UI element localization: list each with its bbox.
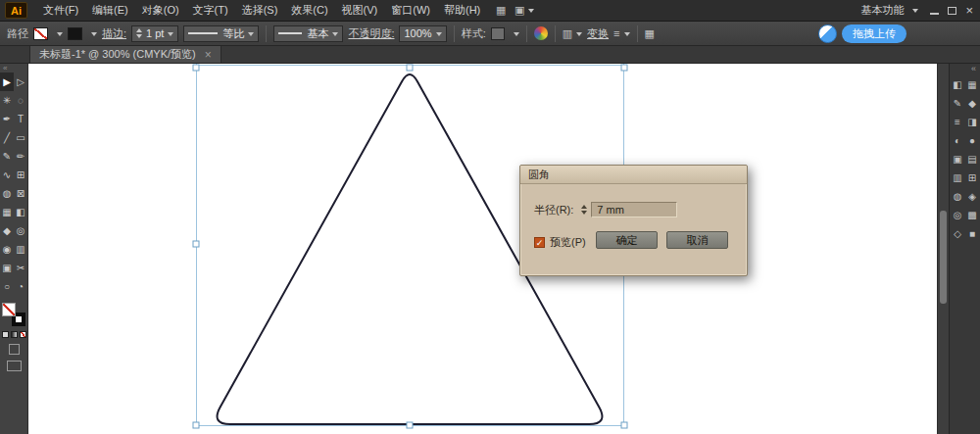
drag-upload-button[interactable]: 拖拽上传 [842,24,906,43]
stroke-panel-link[interactable]: 描边: [102,26,126,41]
draw-mode-icon[interactable] [9,344,20,355]
zoom-tool[interactable]: ◔ [14,277,27,296]
paintbrush-tool[interactable]: ✎ [0,147,14,166]
column-graph-tool[interactable]: ▥ [14,240,27,259]
radius-input[interactable]: 7 mm [591,202,677,217]
brushes-panel-icon[interactable]: ✎ [951,95,965,112]
line-segment-tool[interactable]: ╱ [0,128,14,147]
cloud-drive-icon[interactable] [818,24,837,43]
opacity-field[interactable]: 100% [399,25,446,42]
ok-button[interactable]: 确定 [596,231,658,249]
stroke-width-stepper[interactable] [136,28,142,38]
artboard-tool[interactable]: ▣ [0,259,14,277]
selection-handle[interactable] [621,422,627,428]
menu-file[interactable]: 文件(F) [36,0,85,21]
selection-handle[interactable] [193,241,199,247]
type-tool[interactable]: T [14,110,27,128]
tab-close-icon[interactable]: × [205,48,212,62]
style-dropdown-icon[interactable] [514,32,519,39]
transform-link[interactable]: 变换 [587,26,609,41]
none-chip[interactable] [20,331,26,338]
gradient-chip[interactable] [11,331,18,338]
blend-tool[interactable]: ◎ [14,221,27,240]
cancel-button[interactable]: 取消 [666,231,728,249]
actions-panel-icon[interactable]: ■ [965,225,980,242]
shape-builder-tool[interactable]: ◍ [0,184,14,203]
workspace-switcher[interactable]: 基本功能 [860,3,918,18]
dialog-title-bar[interactable]: 圆角 [520,166,747,184]
swatches-panel-icon[interactable]: ▦ [965,76,980,93]
selection-handle[interactable] [193,422,199,428]
menu-view[interactable]: 视图(V) [335,0,385,21]
recolor-artwork-icon[interactable] [534,26,548,40]
align-panel-icon[interactable]: ⊞ [965,169,980,186]
hand-tool[interactable]: ○ [0,277,14,296]
pencil-tool[interactable]: ✏ [14,147,27,166]
symbol-sprayer-tool[interactable]: ◉ [0,240,14,259]
menu-help[interactable]: 帮助(H) [437,0,487,21]
vertical-scrollbar[interactable] [937,64,949,434]
toolbar-collapse-icon[interactable]: « [0,64,7,72]
links-panel-icon[interactable]: ◇ [951,225,965,242]
free-transform-tool[interactable]: ⊞ [14,166,27,184]
mesh-tool[interactable]: ▦ [0,203,14,221]
selection-handle[interactable] [193,65,199,71]
selection-tool[interactable]: ▶ [0,72,14,91]
direct-selection-tool[interactable]: ▷ [14,72,27,91]
isolate-selected-object-icon[interactable]: ▥ [563,27,582,40]
radius-stepper[interactable] [581,205,587,215]
eyedropper-tool[interactable]: ◆ [0,221,14,240]
arrange-documents-icon[interactable]: ▦ [491,3,511,19]
screen-mode-icon[interactable] [7,361,22,371]
pathfinder-panel-icon[interactable]: ◍ [951,188,965,205]
slice-tool[interactable]: ✂ [14,259,27,277]
color-chip[interactable] [2,331,9,338]
minimize-button[interactable] [930,13,939,15]
gradient-tool[interactable]: ◧ [14,203,27,221]
stroke-dropdown-icon[interactable] [91,32,97,39]
brush-definition-dropdown[interactable]: 基本 [273,25,343,42]
selection-handle[interactable] [407,422,413,428]
lasso-tool[interactable]: ◌ [14,91,27,110]
close-button[interactable]: × [965,4,973,17]
selection-handle[interactable] [621,65,627,71]
change-screen-mode-icon[interactable]: ▣ [514,3,534,19]
width-profile-dropdown[interactable]: 等比 [183,25,259,42]
menu-effect[interactable]: 效果(C) [284,0,334,21]
menu-type[interactable]: 文字(T) [186,0,235,21]
document-tab[interactable]: 未标题-1* @ 300% (CMYK/预览) × [29,46,221,63]
scrollbar-thumb[interactable] [940,211,947,304]
document-setup-icon[interactable]: ▦ [645,27,655,40]
layers-panel-icon[interactable]: ▤ [965,151,980,168]
menu-window[interactable]: 窗口(W) [384,0,437,21]
fill-swatch-none[interactable] [2,303,16,316]
restore-button[interactable] [948,7,956,15]
menu-edit[interactable]: 编辑(E) [85,0,135,21]
style-swatch[interactable] [491,27,505,40]
magic-wand-tool[interactable]: ✳ [0,91,14,110]
appearance-panel-icon[interactable]: ● [965,132,980,149]
transparency-panel-icon[interactable]: ◐ [951,132,965,149]
rectangle-tool[interactable]: ▭ [14,128,27,147]
navigator-panel-icon[interactable]: ◎ [951,207,965,223]
perspective-grid-tool[interactable]: ⊠ [14,184,27,203]
stroke-panel-icon[interactable]: ≡ [951,114,965,130]
fill-stroke-indicator[interactable] [2,303,25,326]
menu-select[interactable]: 选择(S) [235,0,285,21]
symbols-panel-icon[interactable]: ◆ [965,95,980,112]
color-panel-icon[interactable]: ◧ [951,76,965,93]
pen-tool[interactable]: ✒ [0,110,14,128]
dock-collapse-icon[interactable]: « [971,64,980,74]
graphic-styles-panel-icon[interactable]: ▣ [951,151,965,168]
gradient-panel-icon[interactable]: ◨ [965,114,980,130]
opacity-link[interactable]: 不透明度: [348,26,394,41]
pattern-options-panel-icon[interactable]: ▩ [965,207,980,223]
width-tool[interactable]: ∿ [0,166,14,184]
menu-object[interactable]: 对象(O) [135,0,186,21]
fill-color-swatch[interactable] [33,27,48,40]
stroke-color-swatch[interactable] [68,27,82,40]
artboard-canvas[interactable] [28,64,937,434]
artboards-panel-icon[interactable]: ▥ [951,169,965,186]
preview-checkbox[interactable]: ✓ [534,237,545,248]
fill-dropdown-icon[interactable] [57,32,63,39]
